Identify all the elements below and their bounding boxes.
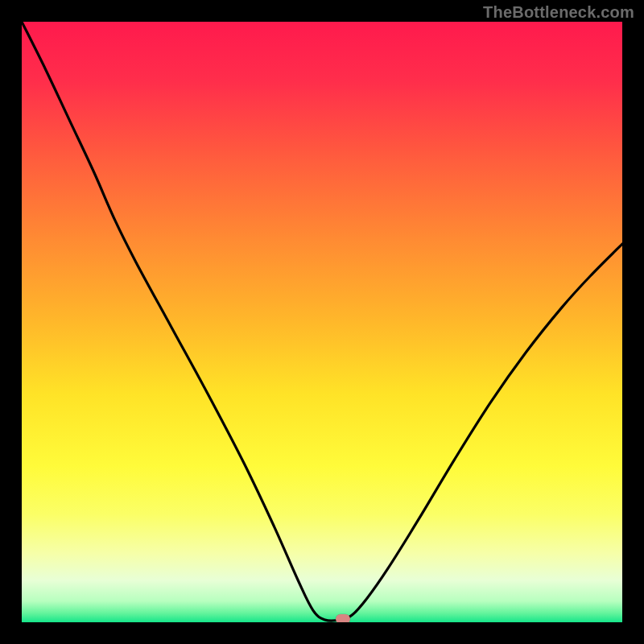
bottleneck-curve: [22, 22, 622, 622]
plot-area: [22, 22, 622, 622]
optimal-point-marker: [336, 614, 350, 622]
chart-stage: TheBottleneck.com: [0, 0, 644, 644]
watermark-text: TheBottleneck.com: [483, 3, 634, 22]
